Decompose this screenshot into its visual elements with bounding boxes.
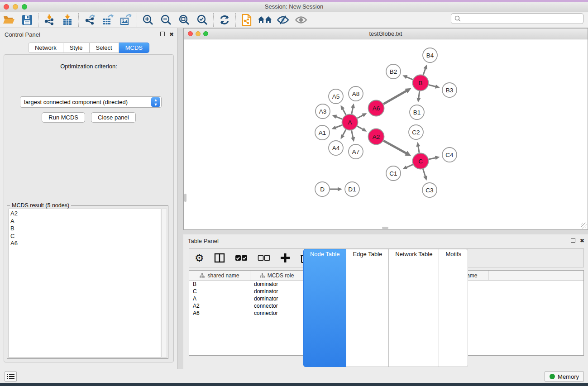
control-panel-title: Control Panel xyxy=(5,31,40,38)
graph-node-label: A8 xyxy=(352,91,360,97)
toolbar-separator xyxy=(78,13,79,27)
graph-node-label: A2 xyxy=(373,133,380,140)
vertical-scrollbar-thumb[interactable] xyxy=(184,194,186,202)
control-panel-tabs: NetworkStyleSelectMCDS xyxy=(0,43,177,53)
window-resize-grip[interactable] xyxy=(581,223,587,229)
search-input[interactable] xyxy=(461,15,583,22)
memory-label: Memory xyxy=(558,373,579,380)
export-image-button[interactable] xyxy=(117,13,135,27)
search-icon xyxy=(454,15,461,22)
toolbar-separator xyxy=(137,13,137,27)
dropdown-value: largest connected component (directed) xyxy=(20,99,151,105)
graph-node-label: C xyxy=(418,158,423,165)
zoom-in-button[interactable] xyxy=(139,13,157,27)
new-network-document-icon xyxy=(241,14,253,26)
eye-slash-button[interactable] xyxy=(274,13,292,27)
import-table-button[interactable] xyxy=(58,13,76,27)
eye-button[interactable] xyxy=(292,13,310,27)
run-mcds-button[interactable]: Run MCDS xyxy=(42,112,85,123)
arrowhead-icon xyxy=(423,65,427,70)
search-field[interactable] xyxy=(451,13,583,24)
zoom-selected-button[interactable] xyxy=(193,13,211,27)
control-panel: Control Panel ✖ NetworkStyleSelectMCDS O… xyxy=(0,28,178,369)
graph-edge-A6-B[interactable] xyxy=(383,91,407,104)
refresh-button[interactable] xyxy=(215,13,234,27)
table-panel-title: Table Panel xyxy=(188,238,219,244)
close-table-panel-icon[interactable]: ✖ xyxy=(580,238,584,244)
export-network-button[interactable] xyxy=(81,13,99,27)
tab-select[interactable]: Select xyxy=(90,43,119,53)
network-window-title: testGlobe.txt xyxy=(184,30,588,37)
zoom-out-button[interactable] xyxy=(157,13,175,27)
graph-node-label: A6 xyxy=(373,105,380,112)
open-file-button[interactable] xyxy=(0,13,18,27)
graph-node-label: A1 xyxy=(319,129,326,136)
arrowhead-icon xyxy=(435,85,440,89)
eye-slash-icon xyxy=(276,14,290,25)
result-scrollbar[interactable] xyxy=(161,209,167,357)
optimization-criterion-dropdown[interactable]: largest connected component (directed) ▲… xyxy=(20,96,162,108)
float-table-panel-icon[interactable] xyxy=(571,238,575,243)
main-titlebar: Session: New Session xyxy=(0,2,588,11)
graph-node-label: C2 xyxy=(412,129,420,136)
table-panel: Table Panel ✖ ⚙ xyxy=(183,234,588,369)
task-history-button[interactable] xyxy=(5,371,17,382)
desktop-background-bottom xyxy=(0,383,588,386)
open-folder-icon xyxy=(3,14,15,25)
tab-network-table[interactable]: Network Table xyxy=(389,249,439,367)
graph-node-label: B3 xyxy=(446,87,454,94)
zoom-out-icon xyxy=(160,14,172,26)
tab-network[interactable]: Network xyxy=(28,43,63,53)
zoom-fit-icon xyxy=(178,14,190,26)
arrowhead-icon xyxy=(351,137,355,142)
import-network-button[interactable] xyxy=(40,13,58,27)
dropdown-stepper-icon: ▲▼ xyxy=(151,97,160,107)
new-network-document-button[interactable] xyxy=(238,13,256,27)
arrowhead-icon xyxy=(416,98,421,102)
mcds-result-box: MCDS result (5 nodes) A2ABCA6 xyxy=(7,205,168,359)
mcds-result-list[interactable]: A2ABCA6 xyxy=(8,209,161,357)
status-bar: Memory xyxy=(0,369,588,383)
export-table-button[interactable] xyxy=(99,13,117,27)
mcds-result-item[interactable]: A6 xyxy=(10,240,159,248)
network-window-titlebar[interactable]: testGlobe.txt xyxy=(184,29,588,39)
graph-node-label: A xyxy=(348,119,352,126)
close-panel-icon[interactable]: ✖ xyxy=(169,31,174,38)
toolbar-separator xyxy=(213,13,214,27)
graph-node-label: B1 xyxy=(413,109,421,116)
houses-button[interactable] xyxy=(256,13,274,27)
zoom-in-icon xyxy=(142,14,154,26)
graph-node-label: B2 xyxy=(390,68,397,75)
list-icon xyxy=(7,373,14,380)
save-session-button[interactable] xyxy=(18,13,36,27)
graph-node-label: C1 xyxy=(389,170,397,177)
zoom-fit-button[interactable] xyxy=(175,13,193,27)
memory-button[interactable]: Memory xyxy=(545,371,584,382)
mcds-result-item[interactable]: B xyxy=(10,225,159,233)
save-floppy-icon xyxy=(22,14,33,25)
export-network-icon xyxy=(83,14,96,26)
toolbar-separator xyxy=(38,13,38,27)
mcds-result-item[interactable]: C xyxy=(10,233,159,240)
import-network-icon xyxy=(43,14,56,26)
arrowhead-icon xyxy=(423,176,427,181)
main-toolbar xyxy=(0,12,588,28)
network-canvas[interactable]: B4B2BB3A5A8A6A3B1AA1C2A2A4A7C4CC1C3DD1 xyxy=(184,40,587,229)
close-panel-button[interactable]: Close panel xyxy=(91,112,136,123)
mcds-result-item[interactable]: A2 xyxy=(10,210,159,218)
mcds-tab-content: Optimization criterion: largest connecte… xyxy=(4,54,174,362)
tab-motifs[interactable]: Motifs xyxy=(439,249,468,367)
horizontal-scrollbar-thumb[interactable] xyxy=(382,227,388,229)
graph-node-label: A3 xyxy=(319,108,327,115)
tab-mcds[interactable]: MCDS xyxy=(119,43,149,53)
arrowhead-icon xyxy=(338,187,342,191)
tab-edge-table[interactable]: Edge Table xyxy=(346,249,389,367)
tab-node-table[interactable]: Node Table xyxy=(303,249,347,367)
refresh-icon xyxy=(219,14,230,26)
tab-style[interactable]: Style xyxy=(63,43,90,53)
float-panel-icon[interactable] xyxy=(160,32,165,36)
graph-edge-A2-C[interactable] xyxy=(383,141,407,154)
network-graph: B4B2BB3A5A8A6A3B1AA1C2A2A4A7C4CC1C3DD1 xyxy=(184,40,588,230)
mcds-result-item[interactable]: A xyxy=(10,218,159,225)
zoom-selected-icon xyxy=(196,14,208,26)
